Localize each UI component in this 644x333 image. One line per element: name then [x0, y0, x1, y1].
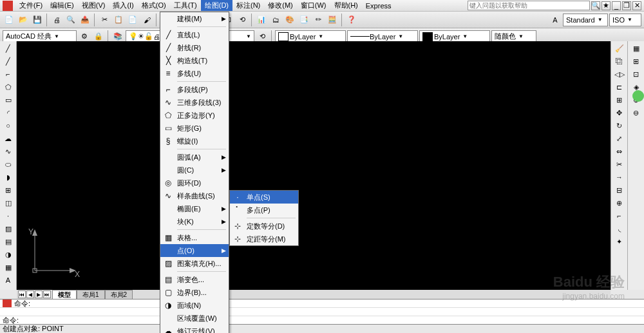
- draw-menu-item-2[interactable]: ╱直线(L): [160, 28, 229, 41]
- draw-menu-item-16[interactable]: ∿样条曲线(S): [160, 189, 229, 202]
- fillet-icon[interactable]: ◟: [613, 223, 626, 234]
- cmd-grip-icon[interactable]: [3, 300, 12, 307]
- menu-window[interactable]: 窗口(W): [297, 0, 330, 11]
- tab-first-icon[interactable]: ⏮: [18, 290, 26, 298]
- rectangle-icon[interactable]: ▭: [2, 94, 15, 106]
- menu-view[interactable]: 视图(V): [78, 0, 109, 11]
- point-icon[interactable]: ·: [2, 210, 15, 222]
- zoom-previous-icon[interactable]: ⟲: [236, 14, 249, 26]
- draw-menu-item-7[interactable]: ⌐多段线(P): [160, 83, 229, 96]
- menu-draw[interactable]: 绘图(D): [201, 0, 232, 11]
- line-icon[interactable]: ╱: [2, 43, 15, 54]
- polygon-icon[interactable]: ⬠: [2, 81, 15, 93]
- tool3-icon[interactable]: ⊡: [630, 68, 643, 80]
- plot-preview-icon[interactable]: 🔍: [64, 14, 77, 26]
- new-icon[interactable]: 📄: [3, 14, 15, 26]
- comm-bubble-icon[interactable]: [632, 90, 644, 102]
- tab-layout1[interactable]: 布局1: [77, 290, 105, 300]
- xline-icon[interactable]: ╱: [2, 55, 15, 67]
- circle-icon[interactable]: ○: [2, 120, 15, 131]
- block-icon[interactable]: ◫: [2, 197, 15, 209]
- insert-icon[interactable]: ⊞: [2, 184, 15, 196]
- gradient-icon[interactable]: ▤: [2, 236, 15, 247]
- menu-express[interactable]: Express: [362, 1, 395, 10]
- join-icon[interactable]: ⊕: [613, 197, 626, 209]
- draw-menu-item-21[interactable]: 点(O)▶: [160, 244, 229, 257]
- draw-menu-item-14[interactable]: 圆(C)▶: [160, 164, 229, 176]
- menu-tools[interactable]: 工具(T): [170, 0, 201, 11]
- textstyle-combo[interactable]: Standard▼: [563, 14, 608, 26]
- draw-menu-item-20[interactable]: ▦表格...: [160, 231, 229, 244]
- draw-menu-item-3[interactable]: ╱射线(R): [160, 41, 229, 54]
- spline-icon[interactable]: ∿: [2, 146, 15, 157]
- trim-icon[interactable]: ✂: [613, 158, 626, 170]
- tab-prev-icon[interactable]: ◀: [26, 290, 34, 298]
- rotate-icon[interactable]: ↻: [613, 120, 626, 131]
- draw-menu-item-8[interactable]: ∿三维多段线(3): [160, 96, 229, 109]
- point-submenu-item-1[interactable]: ⠁多点(P): [230, 204, 298, 216]
- tool1-icon[interactable]: ▦: [630, 43, 643, 54]
- menu-file[interactable]: 文件(F): [15, 0, 46, 11]
- restore-icon[interactable]: ❐: [622, 1, 631, 10]
- draw-menu-item-0[interactable]: 建模(M)▶: [160, 12, 229, 25]
- markup-icon[interactable]: ✏: [312, 14, 325, 26]
- offset-icon[interactable]: ⊏: [613, 81, 626, 93]
- explode-icon[interactable]: ✦: [613, 236, 626, 247]
- tool-palettes-icon[interactable]: 🎨: [283, 14, 296, 26]
- publish-icon[interactable]: 📤: [79, 14, 91, 26]
- revcloud-icon[interactable]: ☁: [2, 133, 15, 144]
- tool2-icon[interactable]: ⊞: [630, 55, 643, 67]
- ellipse-icon[interactable]: ⬭: [2, 158, 15, 170]
- paste-icon[interactable]: 📄: [126, 14, 139, 26]
- draw-menu-item-15[interactable]: ◎圆环(D): [160, 176, 229, 189]
- sheet-set-icon[interactable]: 📑: [298, 14, 310, 26]
- menu-help[interactable]: 帮助(H): [330, 0, 362, 11]
- menu-modify[interactable]: 修改(M): [264, 0, 297, 11]
- arc-icon[interactable]: ◜: [2, 107, 15, 119]
- draw-menu-item-27[interactable]: 区域覆盖(W): [160, 312, 229, 325]
- print-icon[interactable]: 🖨: [50, 14, 63, 26]
- table-icon[interactable]: ▦: [2, 262, 15, 273]
- pline-icon[interactable]: ⌐: [2, 68, 15, 80]
- draw-menu-item-26[interactable]: ◑面域(N): [160, 299, 229, 312]
- draw-menu-item-24[interactable]: ▤渐变色...: [160, 273, 229, 286]
- draw-menu-item-17[interactable]: 椭圆(E)▶: [160, 202, 229, 215]
- match-icon[interactable]: 🖌: [140, 14, 153, 26]
- tab-model[interactable]: 模型: [52, 290, 77, 300]
- move-icon[interactable]: ✥: [613, 107, 626, 119]
- properties-icon[interactable]: 📊: [255, 14, 268, 26]
- design-center-icon[interactable]: 🗂: [269, 14, 282, 26]
- point-submenu-item-3[interactable]: ⊹定数等分(D): [230, 220, 298, 233]
- mirror-icon[interactable]: ◁▷: [613, 68, 626, 80]
- draw-menu-item-22[interactable]: ▨图案填充(H)...: [160, 257, 229, 270]
- search-icon[interactable]: 🔍: [591, 1, 600, 10]
- command-window[interactable]: 命令: 命令:: [0, 299, 644, 324]
- textstyle-icon[interactable]: A: [549, 14, 562, 26]
- tab-layout2[interactable]: 布局2: [105, 290, 133, 300]
- drawing-area[interactable]: Y X: [17, 41, 611, 290]
- stretch-icon[interactable]: ⇔: [613, 146, 626, 157]
- menu-edit[interactable]: 编辑(E): [46, 0, 78, 11]
- tab-last-icon[interactable]: ⏭: [43, 290, 51, 298]
- menu-dimension[interactable]: 标注(N): [232, 0, 264, 11]
- star-icon[interactable]: ★: [601, 1, 611, 10]
- menu-insert[interactable]: 插入(I): [109, 0, 137, 11]
- point-submenu-item-0[interactable]: ·单点(S): [230, 191, 298, 204]
- array-icon[interactable]: ⊞: [613, 94, 626, 106]
- dimstyle-combo[interactable]: ISO▼: [609, 14, 641, 26]
- draw-menu-item-5[interactable]: ≡多线(U): [160, 67, 229, 80]
- calc-icon[interactable]: 🧮: [326, 14, 339, 26]
- draw-menu-item-28[interactable]: ☁修订云线(V): [160, 325, 229, 333]
- copy2-icon[interactable]: ⿻: [613, 55, 626, 67]
- minimize-icon[interactable]: _: [612, 1, 621, 10]
- draw-menu-item-13[interactable]: 圆弧(A)▶: [160, 151, 229, 164]
- scale-icon[interactable]: ⤢: [613, 133, 626, 144]
- break-icon[interactable]: ⊟: [613, 184, 626, 196]
- region-icon[interactable]: ◑: [2, 249, 15, 260]
- open-icon[interactable]: 📂: [17, 14, 30, 26]
- extend-icon[interactable]: →: [613, 171, 626, 183]
- help-icon[interactable]: ❓: [345, 14, 358, 26]
- tab-next-icon[interactable]: ▶: [35, 290, 43, 298]
- close-icon[interactable]: ✕: [632, 1, 641, 10]
- menu-format[interactable]: 格式(O): [138, 0, 170, 11]
